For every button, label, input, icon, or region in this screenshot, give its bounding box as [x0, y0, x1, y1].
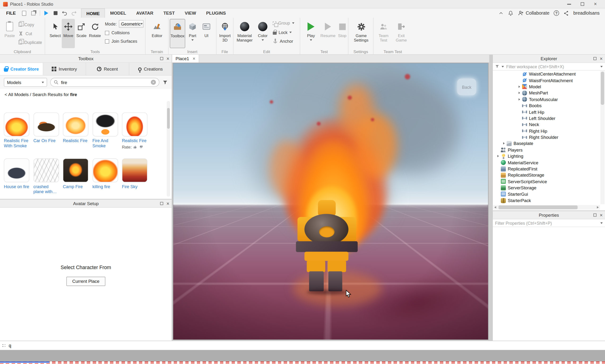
properties-header[interactable]: Properties ×: [493, 211, 605, 219]
model-card[interactable]: Realistic Fire Rate:: [122, 113, 148, 158]
model-card[interactable]: Car On Fire: [33, 113, 59, 158]
current-place-button[interactable]: Current Place: [66, 277, 105, 286]
explorer-item-waistfrontattachment[interactable]: WaistFrontAttachment: [493, 77, 600, 84]
model-card[interactable]: Fire Sky: [122, 158, 148, 199]
collaborate-button[interactable]: Collaborate: [518, 10, 549, 16]
close-panel-icon[interactable]: ×: [166, 56, 169, 61]
3d-viewport[interactable]: Back: [173, 63, 488, 340]
scrollbar-thumb[interactable]: [167, 108, 170, 129]
group-button[interactable]: Group: [273, 21, 294, 26]
tab-test[interactable]: TEST: [158, 9, 180, 18]
explorer-item-neck[interactable]: Neck: [493, 121, 600, 128]
explorer-item-replicatedfirst[interactable]: ReplicatedFirst: [493, 166, 600, 172]
model-card[interactable]: Realistic Fire: [63, 113, 88, 158]
explorer-item-left-hip[interactable]: Left Hip: [493, 109, 600, 115]
expand-chevron-icon[interactable]: [519, 85, 520, 88]
tab-view[interactable]: VIEW: [180, 9, 201, 18]
expand-chevron-icon[interactable]: [497, 155, 499, 157]
expand-chevron-icon[interactable]: [503, 142, 505, 145]
expand-chevron-icon[interactable]: [519, 92, 520, 94]
ui-button[interactable]: UI: [201, 19, 212, 48]
scrollbar-thumb[interactable]: [601, 72, 604, 105]
tab-plugins[interactable]: PLUGINS: [201, 9, 231, 18]
tab-recent[interactable]: Recent: [86, 63, 129, 75]
back-button[interactable]: Back: [457, 78, 476, 95]
anchor-button[interactable]: Anchor: [273, 39, 293, 43]
scroll-right-icon[interactable]: [597, 206, 599, 208]
category-select[interactable]: Models: [4, 78, 47, 87]
model-card[interactable]: Fire And Smoke: [92, 113, 118, 158]
tab-model[interactable]: MODEL: [105, 9, 131, 18]
part-button[interactable]: Part: [186, 19, 199, 48]
stop-button[interactable]: Stop: [337, 19, 348, 48]
collisions-checkbox[interactable]: [105, 31, 109, 35]
copy-button[interactable]: Copy: [18, 21, 34, 28]
place-tab[interactable]: Place1 ×: [172, 55, 199, 63]
explorer-item-lighting[interactable]: Lighting: [493, 153, 600, 159]
search-input[interactable]: [61, 80, 149, 85]
paste-button[interactable]: Paste: [2, 19, 17, 48]
explorer-item-materialservice[interactable]: MaterialService: [493, 159, 600, 166]
duplicate-button[interactable]: Duplicate: [18, 38, 42, 46]
username[interactable]: breadlolsans: [573, 10, 600, 16]
float-panel-icon[interactable]: [594, 57, 597, 60]
thumbs-up-icon[interactable]: [133, 145, 137, 149]
explorer-item-serverstorage[interactable]: ServerStorage: [493, 185, 600, 191]
clear-search-icon[interactable]: ×: [151, 80, 156, 85]
close-panel-icon[interactable]: ×: [600, 56, 603, 61]
explorer-header[interactable]: Explorer ×: [493, 55, 605, 63]
undo-button[interactable]: [60, 9, 69, 17]
explorer-horizontal-scrollbar[interactable]: [493, 205, 600, 210]
notifications-bell-icon[interactable]: [508, 10, 513, 16]
tab-creator-store[interactable]: Creator Store: [0, 63, 43, 75]
explorer-item-serverscriptservice[interactable]: ServerScriptService: [493, 178, 600, 185]
scrollbar-thumb[interactable]: [498, 205, 578, 209]
lock-button[interactable]: Lock: [273, 30, 292, 35]
select-tool-button[interactable]: Select: [49, 19, 62, 48]
filter-funnel-icon[interactable]: [162, 79, 168, 85]
drag-grip-icon[interactable]: [2, 344, 6, 347]
scale-tool-button[interactable]: Scale: [75, 19, 88, 48]
tab-creations[interactable]: Creations: [129, 63, 172, 75]
explorer-item-players[interactable]: Players: [493, 147, 600, 153]
resume-button[interactable]: Resume: [320, 19, 336, 48]
model-card[interactable]: crashed plane with…: [33, 158, 59, 199]
model-card[interactable]: killing fire: [92, 158, 118, 199]
close-panel-icon[interactable]: ×: [166, 201, 169, 206]
breadcrumb[interactable]: < All Models / Search Results for fire: [0, 89, 172, 97]
explorer-item-startergui[interactable]: StarterGui: [493, 191, 600, 197]
expand-chevron-icon[interactable]: [519, 98, 520, 101]
avatar-setup-header[interactable]: Avatar Setup ×: [0, 200, 172, 208]
terrain-editor-button[interactable]: Editor: [150, 19, 164, 48]
material-manager-button[interactable]: Material Manager: [236, 19, 254, 48]
quick-play-button[interactable]: [41, 9, 51, 17]
toolbox-button[interactable]: Toolbox: [170, 19, 185, 48]
move-tool-button[interactable]: Move: [62, 19, 75, 48]
import-3d-button[interactable]: Import 3D: [217, 19, 233, 48]
model-card[interactable]: House on fire: [4, 158, 29, 199]
explorer-item-right-hip[interactable]: Right Hip: [493, 128, 600, 134]
model-card[interactable]: Camp Fire: [63, 158, 88, 199]
tab-home[interactable]: HOME: [81, 9, 105, 18]
join-surfaces-checkbox[interactable]: [105, 39, 109, 43]
share-icon[interactable]: [564, 10, 569, 16]
color-button[interactable]: Color: [255, 19, 270, 48]
command-bar-input[interactable]: [9, 343, 603, 348]
minimize-button[interactable]: [563, 0, 576, 8]
properties-filter[interactable]: Filter Properties (Ctrl+Shift+P): [493, 219, 605, 227]
quick-stop-button[interactable]: [51, 9, 60, 17]
toolbox-scrollbar[interactable]: [167, 101, 170, 197]
explorer-item-left-shoulder[interactable]: Left Shoulder: [493, 115, 600, 122]
explorer-item-waistcenterattachment[interactable]: WaistCenterAttachment: [493, 71, 600, 77]
rotate-tool-button[interactable]: Rotate: [88, 19, 102, 48]
toolbox-header[interactable]: Toolbox ×: [0, 55, 172, 63]
scroll-left-icon[interactable]: [494, 206, 496, 208]
explorer-vertical-scrollbar[interactable]: [600, 71, 605, 204]
play-button[interactable]: Play: [304, 19, 318, 48]
explorer-item-torsomuscular[interactable]: TorsoMuscular: [493, 96, 600, 103]
tab-inventory[interactable]: Inventory: [43, 63, 86, 75]
thumbs-down-icon[interactable]: [139, 145, 143, 149]
explorer-item-meshpart[interactable]: MeshPart: [493, 90, 600, 96]
collapse-ribbon-icon[interactable]: [498, 11, 503, 16]
mode-select[interactable]: Geometric: [119, 20, 143, 28]
